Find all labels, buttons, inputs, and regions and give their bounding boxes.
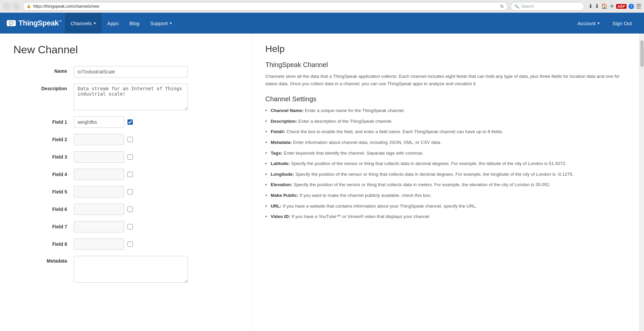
field5-checkbox[interactable]: [127, 189, 133, 195]
page-title: New Channel: [13, 44, 238, 56]
nav-right: Account ▼ Sign Out: [572, 13, 637, 34]
logo-area: 💬 ThingSpeak™: [7, 19, 62, 27]
notification-badge: 3: [629, 4, 634, 9]
nav-items: Channels ▼ Apps Blog Support ▼ Account ▼…: [65, 13, 637, 34]
main-form: New Channel Name Description Data stream…: [0, 34, 252, 331]
forward-button[interactable]: →: [12, 2, 20, 10]
nav-channels[interactable]: Channels ▼: [65, 13, 102, 34]
pocket-button[interactable]: ⬇: [588, 3, 593, 9]
field8-input[interactable]: [74, 238, 124, 250]
field3-label: Field 3: [13, 154, 74, 160]
help-settings-section-title: Channel Settings: [265, 95, 626, 103]
address-bar[interactable]: 🔒 https://thingspeak.com/channels/new ↻: [23, 2, 508, 11]
navbar: 💬 ThingSpeak™ Channels ▼ Apps Blog Suppo…: [0, 13, 644, 34]
nav-apps[interactable]: Apps: [102, 13, 124, 34]
field6-input[interactable]: [74, 204, 124, 215]
browser-actions: ⬇ ⬇ 🏠 ✈ ABP 3 ☰: [588, 3, 641, 10]
metadata-row: Metadata: [13, 256, 238, 283]
help-list-item: Latitude: Specify the position of the se…: [265, 160, 626, 167]
field1-row: Field 1: [13, 116, 238, 128]
help-list-item: Video ID: If you have a YouTube™ or Vime…: [265, 213, 626, 220]
field4-input[interactable]: [74, 169, 124, 180]
field7-row: Field 7: [13, 221, 238, 232]
field3-input[interactable]: [74, 151, 124, 163]
name-row: Name: [13, 66, 238, 77]
search-bar[interactable]: 🔍 Search: [511, 2, 584, 11]
help-list-item: Channel Name: Enter a unique name for th…: [265, 107, 626, 114]
field2-checkbox[interactable]: [127, 137, 133, 142]
field4-checkbox[interactable]: [127, 172, 133, 177]
nav-account[interactable]: Account ▼: [572, 13, 606, 34]
support-dropdown-arrow: ▼: [169, 21, 172, 25]
home-button[interactable]: 🏠: [601, 3, 608, 9]
help-channel-section-title: ThingSpeak Channel: [265, 61, 626, 69]
signout-button[interactable]: Sign Out: [607, 13, 637, 34]
help-list-item: Description: Enter a description of the …: [265, 118, 626, 125]
field2-input[interactable]: [74, 134, 124, 145]
logo-text: ThingSpeak™: [18, 19, 62, 27]
help-title: Help: [265, 44, 626, 54]
help-settings-list: Channel Name: Enter a unique name for th…: [265, 107, 626, 220]
field6-label: Field 6: [13, 207, 74, 212]
url-text: https://thingspeak.com/channels/new: [33, 4, 498, 9]
field5-input[interactable]: [74, 186, 124, 198]
nav-buttons: ← →: [3, 2, 20, 10]
field8-checkbox[interactable]: [127, 241, 133, 247]
field7-input[interactable]: [74, 221, 124, 232]
field2-row: Field 2: [13, 134, 238, 145]
help-channel-intro: Channels store all the data that a Thing…: [265, 73, 626, 87]
logo-icon: 💬: [9, 21, 14, 25]
description-label: Description: [13, 84, 74, 91]
scrollbar-thumb: [640, 40, 644, 67]
field5-label: Field 5: [13, 189, 74, 195]
field8-row: Field 8: [13, 238, 238, 250]
send-button[interactable]: ✈: [610, 3, 614, 9]
field1-label: Field 1: [13, 119, 74, 125]
refresh-button[interactable]: ↻: [500, 4, 504, 9]
field4-label: Field 4: [13, 172, 74, 177]
field3-checkbox[interactable]: [127, 154, 133, 160]
adblock-badge: ABP: [616, 4, 627, 9]
field7-checkbox[interactable]: [127, 224, 133, 229]
page-content: New Channel Name Description Data stream…: [0, 34, 644, 331]
field4-row: Field 4: [13, 169, 238, 180]
description-input[interactable]: Data stream for an Internet of Things in…: [74, 84, 188, 110]
field2-label: Field 2: [13, 137, 74, 142]
search-placeholder: Search: [521, 4, 534, 9]
help-list-item: Longitude: Specify the position of the s…: [265, 171, 626, 178]
field1-input[interactable]: [74, 116, 124, 128]
field3-row: Field 3: [13, 151, 238, 163]
help-list-item: Metadata: Enter information about channe…: [265, 139, 626, 146]
field6-checkbox[interactable]: [127, 207, 133, 212]
help-list-item: URL: If you have a website that contains…: [265, 203, 626, 210]
help-list-item: Make Public: If you want to make the cha…: [265, 192, 626, 199]
field7-label: Field 7: [13, 224, 74, 229]
help-list-item: Tags: Enter keywords that identify the c…: [265, 150, 626, 157]
back-button[interactable]: ←: [3, 2, 11, 10]
metadata-input[interactable]: [74, 256, 188, 283]
nav-blog[interactable]: Blog: [124, 13, 145, 34]
browser-chrome: ← → 🔒 https://thingspeak.com/channels/ne…: [0, 0, 644, 13]
account-dropdown-arrow: ▼: [597, 21, 600, 25]
logo-bubble: 💬: [7, 20, 16, 26]
search-icon: 🔍: [514, 4, 519, 9]
description-row: Description Data stream for an Internet …: [13, 84, 238, 110]
lock-icon: 🔒: [26, 4, 31, 8]
metadata-label: Metadata: [13, 256, 74, 264]
field8-label: Field 8: [13, 241, 74, 247]
menu-button[interactable]: ☰: [636, 3, 641, 10]
field1-checkbox[interactable]: [127, 119, 133, 125]
name-input[interactable]: [74, 66, 188, 77]
scrollbar[interactable]: [639, 34, 644, 331]
help-list-item: Elevation: Specify the position of the s…: [265, 181, 626, 188]
help-panel: Help ThingSpeak Channel Channels store a…: [252, 34, 639, 331]
name-label: Name: [13, 66, 74, 74]
help-list-item: Field#: Check the box to enable the fiel…: [265, 128, 626, 135]
channels-dropdown-arrow: ▼: [93, 21, 97, 25]
field6-row: Field 6: [13, 204, 238, 215]
download-button[interactable]: ⬇: [595, 3, 599, 9]
field5-row: Field 5: [13, 186, 238, 198]
nav-support[interactable]: Support ▼: [145, 13, 178, 34]
